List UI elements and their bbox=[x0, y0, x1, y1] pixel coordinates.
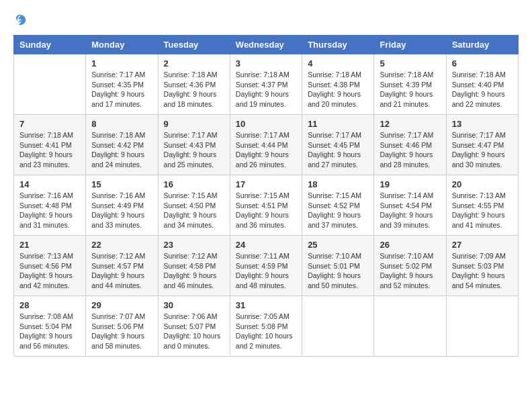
day-cell: 10Sunrise: 7:17 AM Sunset: 4:44 PM Dayli… bbox=[230, 115, 302, 175]
day-cell: 2Sunrise: 7:18 AM Sunset: 4:36 PM Daylig… bbox=[158, 54, 230, 115]
day-cell: 12Sunrise: 7:17 AM Sunset: 4:46 PM Dayli… bbox=[374, 115, 446, 175]
day-cell: 1Sunrise: 7:17 AM Sunset: 4:35 PM Daylig… bbox=[86, 54, 158, 115]
day-number: 21 bbox=[19, 240, 80, 250]
day-detail: Sunrise: 7:13 AM Sunset: 4:56 PM Dayligh… bbox=[19, 251, 80, 291]
day-cell: 4Sunrise: 7:18 AM Sunset: 4:38 PM Daylig… bbox=[302, 54, 374, 115]
day-cell: 30Sunrise: 7:06 AM Sunset: 5:07 PM Dayli… bbox=[158, 296, 230, 357]
day-detail: Sunrise: 7:13 AM Sunset: 4:55 PM Dayligh… bbox=[452, 191, 513, 230]
day-number: 7 bbox=[19, 119, 80, 129]
week-row-4: 21Sunrise: 7:13 AM Sunset: 4:56 PM Dayli… bbox=[14, 236, 519, 296]
day-cell bbox=[14, 54, 86, 115]
header-row: SundayMondayTuesdayWednesdayThursdayFrid… bbox=[14, 36, 519, 54]
header-monday: Monday bbox=[86, 36, 158, 54]
day-detail: Sunrise: 7:12 AM Sunset: 4:58 PM Dayligh… bbox=[164, 251, 224, 291]
week-row-2: 7Sunrise: 7:18 AM Sunset: 4:41 PM Daylig… bbox=[14, 115, 519, 175]
day-number: 26 bbox=[380, 240, 440, 250]
day-cell: 28Sunrise: 7:08 AM Sunset: 5:04 PM Dayli… bbox=[14, 296, 86, 357]
day-detail: Sunrise: 7:15 AM Sunset: 4:52 PM Dayligh… bbox=[308, 191, 368, 230]
calendar-header: SundayMondayTuesdayWednesdayThursdayFrid… bbox=[14, 36, 519, 54]
day-cell bbox=[302, 296, 374, 357]
logo-bird-icon bbox=[14, 13, 29, 28]
day-detail: Sunrise: 7:11 AM Sunset: 4:59 PM Dayligh… bbox=[236, 251, 296, 291]
day-number: 24 bbox=[236, 240, 296, 250]
day-cell: 18Sunrise: 7:15 AM Sunset: 4:52 PM Dayli… bbox=[302, 175, 374, 236]
day-number: 8 bbox=[91, 119, 152, 129]
day-number: 18 bbox=[308, 179, 368, 189]
day-detail: Sunrise: 7:15 AM Sunset: 4:50 PM Dayligh… bbox=[164, 191, 224, 230]
page-header bbox=[13, 13, 519, 28]
header-tuesday: Tuesday bbox=[158, 36, 230, 54]
day-cell: 7Sunrise: 7:18 AM Sunset: 4:41 PM Daylig… bbox=[14, 115, 86, 175]
day-cell: 16Sunrise: 7:15 AM Sunset: 4:50 PM Dayli… bbox=[158, 175, 230, 236]
day-cell: 22Sunrise: 7:12 AM Sunset: 4:57 PM Dayli… bbox=[86, 236, 158, 296]
day-number: 29 bbox=[91, 300, 152, 310]
day-cell: 8Sunrise: 7:18 AM Sunset: 4:42 PM Daylig… bbox=[86, 115, 158, 175]
day-number: 25 bbox=[308, 240, 368, 250]
day-detail: Sunrise: 7:10 AM Sunset: 5:02 PM Dayligh… bbox=[380, 251, 440, 291]
week-row-1: 1Sunrise: 7:17 AM Sunset: 4:35 PM Daylig… bbox=[14, 54, 519, 115]
day-detail: Sunrise: 7:18 AM Sunset: 4:42 PM Dayligh… bbox=[91, 130, 152, 170]
header-friday: Friday bbox=[374, 36, 446, 54]
day-detail: Sunrise: 7:18 AM Sunset: 4:38 PM Dayligh… bbox=[308, 70, 368, 109]
day-detail: Sunrise: 7:17 AM Sunset: 4:47 PM Dayligh… bbox=[452, 130, 513, 170]
day-number: 2 bbox=[164, 58, 224, 68]
day-cell: 27Sunrise: 7:09 AM Sunset: 5:03 PM Dayli… bbox=[446, 236, 518, 296]
day-detail: Sunrise: 7:17 AM Sunset: 4:44 PM Dayligh… bbox=[236, 130, 296, 170]
day-cell: 9Sunrise: 7:17 AM Sunset: 4:43 PM Daylig… bbox=[158, 115, 230, 175]
day-cell bbox=[446, 296, 518, 357]
day-detail: Sunrise: 7:06 AM Sunset: 5:07 PM Dayligh… bbox=[164, 312, 224, 351]
day-number: 6 bbox=[452, 58, 513, 68]
day-number: 14 bbox=[19, 179, 80, 189]
day-cell: 15Sunrise: 7:16 AM Sunset: 4:49 PM Dayli… bbox=[86, 175, 158, 236]
day-detail: Sunrise: 7:16 AM Sunset: 4:48 PM Dayligh… bbox=[19, 191, 80, 230]
day-detail: Sunrise: 7:08 AM Sunset: 5:04 PM Dayligh… bbox=[19, 312, 80, 351]
day-cell: 11Sunrise: 7:17 AM Sunset: 4:45 PM Dayli… bbox=[302, 115, 374, 175]
header-sunday: Sunday bbox=[14, 36, 86, 54]
day-detail: Sunrise: 7:16 AM Sunset: 4:49 PM Dayligh… bbox=[91, 191, 152, 230]
header-thursday: Thursday bbox=[302, 36, 374, 54]
day-detail: Sunrise: 7:14 AM Sunset: 4:54 PM Dayligh… bbox=[380, 191, 440, 230]
day-detail: Sunrise: 7:18 AM Sunset: 4:41 PM Dayligh… bbox=[19, 130, 80, 170]
week-row-5: 28Sunrise: 7:08 AM Sunset: 5:04 PM Dayli… bbox=[14, 296, 519, 357]
day-number: 11 bbox=[308, 119, 368, 129]
day-detail: Sunrise: 7:07 AM Sunset: 5:06 PM Dayligh… bbox=[91, 312, 152, 351]
day-cell: 14Sunrise: 7:16 AM Sunset: 4:48 PM Dayli… bbox=[14, 175, 86, 236]
day-detail: Sunrise: 7:18 AM Sunset: 4:37 PM Dayligh… bbox=[236, 70, 296, 109]
day-cell bbox=[374, 296, 446, 357]
calendar-table: SundayMondayTuesdayWednesdayThursdayFrid… bbox=[13, 35, 519, 357]
day-number: 15 bbox=[91, 179, 152, 189]
day-detail: Sunrise: 7:17 AM Sunset: 4:35 PM Dayligh… bbox=[91, 70, 152, 109]
day-detail: Sunrise: 7:15 AM Sunset: 4:51 PM Dayligh… bbox=[236, 191, 296, 230]
day-cell: 23Sunrise: 7:12 AM Sunset: 4:58 PM Dayli… bbox=[158, 236, 230, 296]
header-saturday: Saturday bbox=[446, 36, 518, 54]
day-number: 10 bbox=[236, 119, 296, 129]
day-cell: 5Sunrise: 7:18 AM Sunset: 4:39 PM Daylig… bbox=[374, 54, 446, 115]
calendar-body: 1Sunrise: 7:17 AM Sunset: 4:35 PM Daylig… bbox=[14, 54, 519, 357]
day-cell: 20Sunrise: 7:13 AM Sunset: 4:55 PM Dayli… bbox=[446, 175, 518, 236]
day-cell: 17Sunrise: 7:15 AM Sunset: 4:51 PM Dayli… bbox=[230, 175, 302, 236]
day-cell: 13Sunrise: 7:17 AM Sunset: 4:47 PM Dayli… bbox=[446, 115, 518, 175]
day-number: 31 bbox=[236, 300, 296, 310]
day-number: 19 bbox=[380, 179, 440, 189]
day-cell: 25Sunrise: 7:10 AM Sunset: 5:01 PM Dayli… bbox=[302, 236, 374, 296]
day-number: 1 bbox=[91, 58, 152, 68]
day-number: 22 bbox=[91, 240, 152, 250]
day-number: 27 bbox=[452, 240, 513, 250]
day-cell: 6Sunrise: 7:18 AM Sunset: 4:40 PM Daylig… bbox=[446, 54, 518, 115]
day-cell: 29Sunrise: 7:07 AM Sunset: 5:06 PM Dayli… bbox=[86, 296, 158, 357]
day-number: 4 bbox=[308, 58, 368, 68]
day-detail: Sunrise: 7:17 AM Sunset: 4:46 PM Dayligh… bbox=[380, 130, 440, 170]
day-detail: Sunrise: 7:12 AM Sunset: 4:57 PM Dayligh… bbox=[91, 251, 152, 291]
logo bbox=[13, 13, 30, 28]
day-detail: Sunrise: 7:18 AM Sunset: 4:36 PM Dayligh… bbox=[164, 70, 224, 109]
week-row-3: 14Sunrise: 7:16 AM Sunset: 4:48 PM Dayli… bbox=[14, 175, 519, 236]
day-number: 20 bbox=[452, 179, 513, 189]
day-detail: Sunrise: 7:18 AM Sunset: 4:39 PM Dayligh… bbox=[380, 70, 440, 109]
day-detail: Sunrise: 7:18 AM Sunset: 4:40 PM Dayligh… bbox=[452, 70, 513, 109]
day-number: 3 bbox=[236, 58, 296, 68]
day-number: 23 bbox=[164, 240, 224, 250]
day-detail: Sunrise: 7:09 AM Sunset: 5:03 PM Dayligh… bbox=[452, 251, 513, 291]
day-number: 5 bbox=[380, 58, 440, 68]
day-number: 17 bbox=[236, 179, 296, 189]
day-cell: 31Sunrise: 7:05 AM Sunset: 5:08 PM Dayli… bbox=[230, 296, 302, 357]
